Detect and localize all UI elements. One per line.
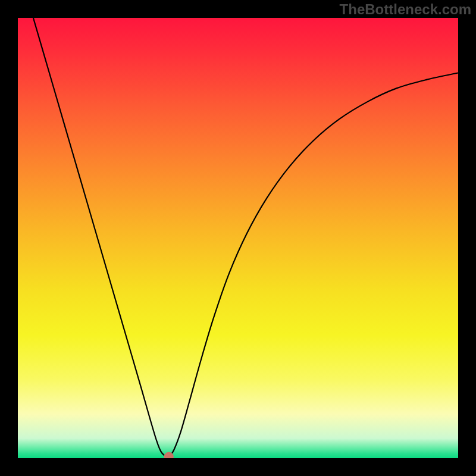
plot-svg (18, 18, 458, 458)
chart-container: TheBottleneck.com (0, 0, 476, 476)
watermark-text: TheBottleneck.com (340, 1, 471, 18)
plot-area (18, 18, 458, 458)
gradient-background (18, 18, 458, 458)
